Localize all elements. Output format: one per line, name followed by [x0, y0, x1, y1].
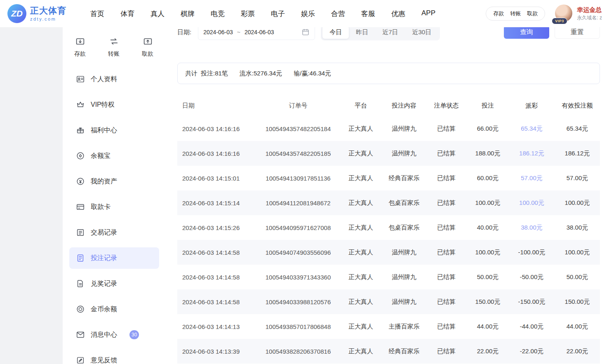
cell-valid: 38.00元: [555, 224, 600, 232]
cell-bet: 100.00元: [467, 249, 509, 256]
nav-item-chess[interactable]: 棋牌: [181, 9, 195, 19]
cell-payout: 57.00元: [509, 174, 555, 182]
date-label: 日期:: [177, 28, 191, 36]
bank-card-icon: [76, 202, 85, 211]
brand-logo[interactable]: ZD 正大体育 zdty.com: [7, 4, 66, 23]
redeem-icon: [76, 279, 85, 288]
coin-icon: [76, 305, 85, 314]
column-header: 平台: [339, 102, 382, 110]
range-last30-button[interactable]: 近30日: [405, 26, 439, 39]
wallet-withdraw-link[interactable]: 取款: [527, 10, 538, 17]
calendar-icon[interactable]: [301, 28, 310, 36]
cell-order: 1005494033988120576: [257, 298, 339, 305]
wallet-deposit-link[interactable]: 存款: [493, 10, 504, 17]
cell-valid: 50.00元: [555, 273, 600, 281]
range-today-button[interactable]: 今日: [322, 26, 349, 39]
cell-valid: 100.00元: [555, 199, 600, 207]
table-row: 2024-06-03 14:14:131005493857017806848正大…: [177, 314, 600, 339]
quick-action-transfer[interactable]: 转账: [108, 36, 120, 58]
range-last7-button[interactable]: 近7日: [375, 26, 405, 39]
cell-status: 已结算: [426, 273, 467, 281]
cell-content: 经典百家乐: [382, 174, 426, 182]
sidebar-item-feedback[interactable]: 意见反馈: [69, 350, 159, 364]
table-row: 2024-06-03 14:16:161005494357482205185正大…: [177, 141, 600, 166]
deposit-icon: [75, 36, 85, 47]
sidebar-item-profile[interactable]: 个人资料: [69, 68, 159, 90]
permanent-domain-note: 永久域名: z: [577, 14, 602, 21]
date-to-value[interactable]: 2024-06-03: [245, 29, 274, 35]
cell-platform: 正大真人: [339, 323, 382, 331]
sidebar-item-transactions[interactable]: 交易记录: [69, 222, 159, 243]
nav-item-slots[interactable]: 电子: [271, 9, 285, 19]
cell-platform: 正大真人: [339, 125, 382, 133]
nav-item-app[interactable]: APP: [421, 9, 435, 19]
message-icon: [76, 330, 85, 339]
sidebar-item-bet-records[interactable]: 投注记录: [69, 247, 159, 269]
quick-action-withdraw[interactable]: 取款: [142, 36, 153, 58]
sidebar-item-label: 金币余额: [91, 305, 117, 314]
query-button[interactable]: 查询: [504, 26, 549, 39]
sidebar-item-message-center[interactable]: 消息中心30: [69, 324, 159, 345]
nav-item-partnership[interactable]: 合营: [331, 9, 345, 19]
unread-count-badge: 30: [129, 330, 139, 339]
range-yesterday-button[interactable]: 昨日: [349, 26, 375, 39]
date-from-value[interactable]: 2024-06-03: [203, 29, 233, 35]
reset-button[interactable]: 重置: [555, 26, 600, 39]
wallet-transfer-link[interactable]: 转账: [510, 10, 521, 17]
cell-platform: 正大真人: [339, 273, 382, 281]
cell-date: 2024-06-03 14:13:39: [177, 348, 257, 355]
column-header: 注单状态: [426, 102, 467, 110]
cell-date: 2024-06-03 14:14:13: [177, 323, 257, 330]
cell-valid: 100.00元: [555, 249, 600, 256]
sidebar-item-yuebao[interactable]: 余额宝: [69, 145, 159, 167]
sidebar-item-welfare[interactable]: 福利中心: [69, 120, 159, 141]
cell-payout: -22.00元: [509, 348, 555, 355]
assets-icon: [76, 177, 85, 186]
cell-order: 1005493828206370816: [257, 348, 339, 355]
sidebar-item-withdraw-card[interactable]: 取款卡: [69, 196, 159, 218]
sidebar-item-redeem-records[interactable]: 兑奖记录: [69, 273, 159, 294]
nav-item-esports[interactable]: 电竞: [211, 9, 225, 19]
nav-item-promotions[interactable]: 优惠: [391, 9, 405, 19]
cell-date: 2024-06-03 14:14:58: [177, 249, 257, 256]
left-gutter: [0, 27, 63, 364]
nav-item-sports[interactable]: 体育: [120, 9, 134, 19]
nav-item-support[interactable]: 客服: [361, 9, 375, 19]
cell-bet: 150.00元: [467, 298, 509, 306]
cell-status: 已结算: [426, 298, 467, 306]
nav-item-home[interactable]: 首页: [90, 9, 104, 19]
column-header: 投注内容: [382, 102, 426, 110]
transfer-icon: [109, 36, 119, 47]
cell-payout: 65.34元: [509, 125, 555, 133]
nav-item-live[interactable]: 真人: [150, 9, 165, 19]
table-row: 2024-06-03 14:16:161005494357482205184正大…: [177, 116, 600, 141]
cell-bet: 44.00元: [467, 323, 509, 331]
date-separator: ~: [237, 29, 240, 35]
column-header: 有效投注额: [555, 102, 600, 110]
summary-bar: 共计 投注:81笔流水:5276.34元输/赢:46.34元: [177, 63, 600, 84]
transaction-icon: [76, 228, 85, 237]
cell-valid: 44.00元: [555, 323, 600, 331]
cell-order: 1005494112081948672: [257, 200, 339, 207]
nav-item-entertainment[interactable]: 娱乐: [301, 9, 315, 19]
sidebar-item-assets[interactable]: 我的资产: [69, 171, 159, 192]
user-avatar-wrap[interactable]: VIP3: [555, 4, 573, 23]
cell-date: 2024-06-03 14:14:58: [177, 274, 257, 281]
cell-content: 温州牌九: [382, 273, 426, 281]
sidebar-item-label: 余额宝: [91, 152, 111, 160]
cell-platform: 正大真人: [339, 298, 382, 306]
sidebar-item-vip[interactable]: VIP特权: [69, 94, 159, 115]
brand-name: 正大体育: [30, 6, 66, 15]
table-row: 2024-06-03 14:15:261005494095971627008正大…: [177, 215, 600, 240]
summary-stat: 投注:81笔: [201, 70, 228, 77]
cell-bet: 60.00元: [467, 174, 509, 182]
cell-platform: 正大真人: [339, 199, 382, 207]
cell-date: 2024-06-03 14:15:14: [177, 200, 257, 207]
sidebar-item-label: VIP特权: [91, 101, 115, 109]
quick-action-deposit[interactable]: 存款: [74, 36, 86, 58]
nav-item-lottery[interactable]: 彩票: [241, 9, 255, 19]
sidebar-item-gold-balance[interactable]: 金币余额: [69, 298, 159, 320]
profile-icon: [76, 75, 85, 84]
cell-bet: 188.00元: [467, 150, 509, 157]
cell-status: 已结算: [426, 125, 467, 133]
